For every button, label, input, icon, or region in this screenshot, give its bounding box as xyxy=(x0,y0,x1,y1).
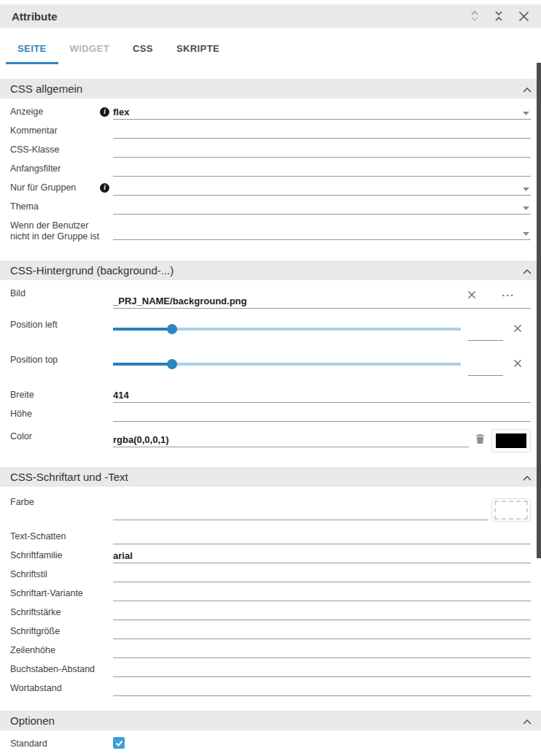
clear-icon[interactable] xyxy=(513,359,522,368)
color-value-input[interactable]: rgba(0,0,0,1) xyxy=(113,432,469,447)
section-title: CSS-Hintergrund (background-...) xyxy=(10,264,174,277)
field-label-text: Anfangsfilter xyxy=(10,163,61,174)
field-value: 414 xyxy=(113,390,129,402)
field-label-nur-fuer-gruppen: Nur für Gruppeni xyxy=(10,180,111,196)
chevron-up-icon[interactable] xyxy=(523,264,532,277)
text-input-hoehe[interactable] xyxy=(113,406,531,422)
text-input-schriftart-variante[interactable] xyxy=(113,586,531,601)
field-label-schriftfamilie: Schriftfamilie xyxy=(10,548,111,563)
section-css-allgemein: CSS allgemeinAnzeigeiflexKommentarCSS-Kl… xyxy=(0,79,541,246)
field-control xyxy=(113,643,531,658)
field-control xyxy=(113,142,531,158)
text-input-buchstaben-abstand[interactable] xyxy=(113,662,531,677)
slider-thumb[interactable] xyxy=(167,359,177,369)
section-header-css-allgemein[interactable]: CSS allgemein xyxy=(0,79,541,99)
text-input-schriftstaerke[interactable] xyxy=(113,605,531,620)
field-row-anfangsfilter: Anfangsfilter xyxy=(0,161,541,177)
field-label-schriftgroesse: Schriftgröße xyxy=(10,624,111,639)
slider-thumb[interactable] xyxy=(167,324,177,334)
field-label-bild: Bild xyxy=(10,286,111,309)
slider-value-input[interactable] xyxy=(468,321,503,341)
info-icon[interactable]: i xyxy=(100,183,109,193)
text-input-kommentar[interactable] xyxy=(113,123,531,139)
select-input-wenn-der-benutzer-nicht-in-der-gruppe-ist[interactable] xyxy=(113,225,531,240)
trash-icon[interactable] xyxy=(476,434,484,444)
field-label-text: Standard xyxy=(10,738,47,749)
chevron-up-icon[interactable] xyxy=(523,714,532,727)
field-label-text: Schriftfamilie xyxy=(10,550,63,561)
field-row-breite: Breite414 xyxy=(0,387,541,403)
attribute-sections: CSS allgemeinAnzeigeiflexKommentarCSS-Kl… xyxy=(0,79,541,756)
dropdown-caret-icon[interactable] xyxy=(523,207,529,210)
field-value: arial xyxy=(113,550,133,563)
tab-skripte[interactable]: SKRIPTE xyxy=(165,36,231,64)
browse-button[interactable]: ... xyxy=(502,287,515,298)
close-icon[interactable] xyxy=(518,11,529,22)
field-label-text: Wortabstand xyxy=(10,683,62,694)
field-label-text: Höhe xyxy=(10,409,32,420)
field-label-buchstaben-abstand: Buchstaben-Abstand xyxy=(10,662,111,677)
field-label-anzeige: Anzeigei xyxy=(10,104,111,120)
slider-fill xyxy=(113,328,172,331)
field-label-text: Schriftstil xyxy=(10,569,47,580)
field-label-text: Schriftstärke xyxy=(10,607,61,618)
section-header-css-hintergrund-background[interactable]: CSS-Hintergrund (background-...) xyxy=(0,261,541,280)
text-input-css-klasse[interactable] xyxy=(113,142,531,158)
field-row-zeilenhoehe: Zeilenhöhe xyxy=(0,643,541,658)
checkbox-standard[interactable] xyxy=(113,737,125,749)
panel-title: Attribute xyxy=(12,10,58,23)
field-row-wenn-der-benutzer-nicht-in-der-gruppe-ist: Wenn der Benutzer nicht in der Gruppe is… xyxy=(0,218,541,246)
chevron-up-icon[interactable] xyxy=(523,82,532,95)
scrollbar-thumb[interactable] xyxy=(537,63,541,558)
color-value-input[interactable] xyxy=(113,505,489,520)
info-icon[interactable]: i xyxy=(100,107,109,117)
field-label-anfangsfilter: Anfangsfilter xyxy=(10,161,111,177)
color-swatch-button[interactable] xyxy=(491,429,531,452)
field-label-schriftstaerke: Schriftstärke xyxy=(10,605,111,620)
field-value: rgba(0,0,0,1) xyxy=(113,434,169,447)
field-label-thema: Thema xyxy=(10,199,111,215)
dropdown-caret-icon[interactable] xyxy=(523,188,529,191)
field-control xyxy=(113,624,531,639)
text-input-anfangsfilter[interactable] xyxy=(113,161,531,177)
select-input-nur-fuer-gruppen[interactable] xyxy=(113,180,531,196)
section-title: CSS-Schriftart und -Text xyxy=(10,471,128,483)
field-label-schriftstil: Schriftstil xyxy=(10,567,111,582)
dropdown-caret-icon[interactable] xyxy=(523,112,529,115)
field-row-schriftart-variante: Schriftart-Variante xyxy=(0,586,541,601)
field-label-wortabstand: Wortabstand xyxy=(10,681,111,696)
section-header-css-schriftart-und-text[interactable]: CSS-Schriftart und -Text xyxy=(0,467,541,487)
color-swatch-button[interactable] xyxy=(491,498,531,522)
clear-icon[interactable] xyxy=(467,289,476,302)
field-control xyxy=(113,493,531,522)
text-input-wortabstand[interactable] xyxy=(113,681,531,696)
tab-seite[interactable]: SEITE xyxy=(6,36,58,64)
tab-css[interactable]: CSS xyxy=(121,36,165,64)
clear-icon[interactable] xyxy=(513,324,522,333)
chevron-up-icon[interactable] xyxy=(523,471,532,483)
slider-value-input[interactable] xyxy=(468,356,503,376)
file-path-input[interactable]: _PRJ_NAME/background.png... xyxy=(113,286,531,309)
field-control xyxy=(113,180,531,196)
field-label-text-schatten: Text-Schatten xyxy=(10,529,111,544)
text-input-zeilenhoehe[interactable] xyxy=(113,643,531,658)
unfold-icon[interactable] xyxy=(470,10,479,22)
text-input-schriftfamilie[interactable]: arial xyxy=(113,548,531,563)
text-input-schriftstil[interactable] xyxy=(113,567,531,582)
text-input-schriftgroesse[interactable] xyxy=(113,624,531,639)
collapse-icon[interactable] xyxy=(494,10,503,22)
select-input-anzeige[interactable]: flex xyxy=(113,104,531,120)
field-label-standard: Standard xyxy=(10,736,111,749)
text-input-text-schatten[interactable] xyxy=(113,529,531,544)
slider-position-left[interactable] xyxy=(113,328,461,331)
field-control: flex xyxy=(113,104,531,120)
field-row-position-top: Position top xyxy=(0,352,541,377)
text-input-breite[interactable]: 414 xyxy=(113,387,531,403)
select-input-thema[interactable] xyxy=(113,199,531,215)
slider-position-top[interactable] xyxy=(113,363,461,366)
section-header-optionen[interactable]: Optionen xyxy=(0,711,541,730)
dropdown-caret-icon[interactable] xyxy=(523,232,529,236)
field-row-bild: Bild_PRJ_NAME/background.png... xyxy=(0,286,541,309)
tab-widget[interactable]: WIDGET xyxy=(58,36,121,64)
field-label-text: Thema xyxy=(10,201,39,212)
